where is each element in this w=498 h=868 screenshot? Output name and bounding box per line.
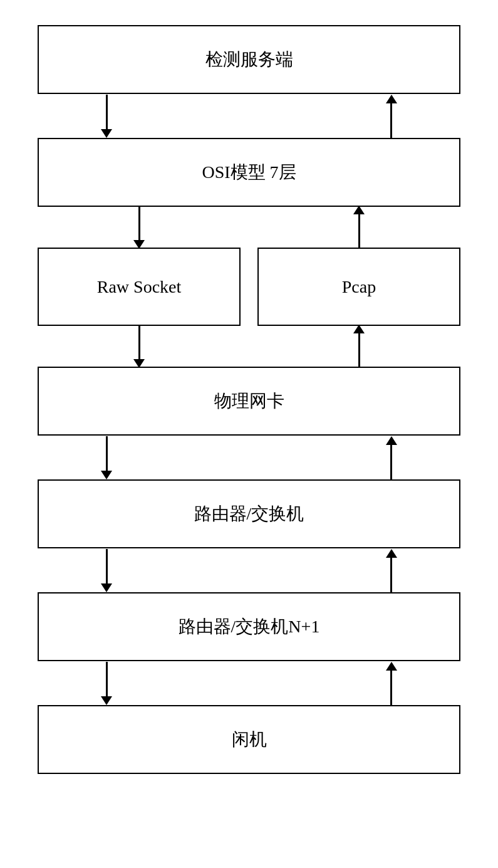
osi-model-label: OSI模型 7层 bbox=[202, 160, 296, 184]
arrowhead-down-4 bbox=[101, 471, 112, 479]
arrow-line-down-3 bbox=[138, 325, 140, 359]
arrowhead-up-5 bbox=[386, 549, 397, 558]
raw-socket-block: Raw Socket bbox=[38, 248, 241, 326]
physical-nic-block: 物理网卡 bbox=[38, 367, 460, 436]
router-switch-n1-label: 路由器/交换机N+1 bbox=[179, 615, 320, 639]
arrow-line-up-3 bbox=[358, 333, 360, 368]
arrow-down-3 bbox=[133, 325, 145, 368]
arrow-server-osi bbox=[38, 94, 460, 138]
arrow-down-1 bbox=[101, 95, 112, 138]
arrow-line-up-1 bbox=[390, 103, 392, 138]
arrows-split-nic bbox=[38, 326, 460, 367]
arrow-down-4 bbox=[101, 436, 112, 479]
arrow-down-6 bbox=[101, 662, 112, 705]
router-switch-n1-block: 路由器/交换机N+1 bbox=[38, 592, 460, 661]
arrowhead-up-4 bbox=[386, 436, 397, 445]
arrows-osi-split bbox=[38, 207, 460, 248]
arrow-line-down-6 bbox=[106, 662, 108, 696]
arrow-line-down-5 bbox=[106, 549, 108, 583]
detection-server-label: 检测服务端 bbox=[205, 48, 293, 71]
idle-label: 闲机 bbox=[232, 728, 267, 751]
arrow-up-2 bbox=[353, 206, 365, 249]
arrow-up-3 bbox=[353, 325, 365, 368]
arrow-up-6 bbox=[386, 662, 397, 705]
arrow-line-down-1 bbox=[106, 95, 108, 129]
raw-socket-label: Raw Socket bbox=[97, 277, 182, 297]
arrowhead-down-6 bbox=[101, 696, 112, 705]
arrow-line-up-2 bbox=[358, 214, 360, 249]
split-row-rawsocket-pcap: Raw Socket Pcap bbox=[38, 248, 460, 326]
arrow-line-up-6 bbox=[390, 671, 392, 705]
router-switch-block: 路由器/交换机 bbox=[38, 479, 460, 548]
arrow-router-routern1 bbox=[38, 548, 460, 592]
detection-server-block: 检测服务端 bbox=[38, 25, 460, 94]
router-switch-label: 路由器/交换机 bbox=[194, 502, 304, 526]
pcap-label: Pcap bbox=[342, 277, 376, 297]
arrowhead-up-2 bbox=[353, 206, 365, 214]
arrow-routern1-idle bbox=[38, 661, 460, 705]
arrow-line-up-5 bbox=[390, 558, 392, 592]
arrowhead-down-1 bbox=[101, 129, 112, 138]
diagram-container: 检测服务端 OSI模型 7层 bbox=[0, 0, 498, 868]
arrow-up-5 bbox=[386, 549, 397, 592]
arrow-line-down-4 bbox=[106, 436, 108, 471]
arrowhead-down-5 bbox=[101, 583, 112, 592]
arrow-rawsocket-nic bbox=[38, 326, 241, 367]
arrowhead-up-1 bbox=[386, 95, 397, 103]
arrow-line-up-4 bbox=[390, 445, 392, 479]
idle-block: 闲机 bbox=[38, 705, 460, 774]
arrow-osi-rawsocket bbox=[38, 207, 241, 248]
arrowhead-up-6 bbox=[386, 662, 397, 671]
arrow-nic-router bbox=[38, 436, 460, 479]
osi-model-block: OSI模型 7层 bbox=[38, 138, 460, 207]
arrow-line-down-2 bbox=[138, 206, 140, 240]
arrow-nic-pcap bbox=[257, 326, 460, 367]
arrow-pcap-osi bbox=[257, 207, 460, 248]
arrow-up-1 bbox=[386, 95, 397, 138]
physical-nic-label: 物理网卡 bbox=[214, 389, 284, 413]
arrow-down-5 bbox=[101, 549, 112, 592]
pcap-block: Pcap bbox=[257, 248, 460, 326]
arrow-up-4 bbox=[386, 436, 397, 479]
arrowhead-up-3 bbox=[353, 325, 365, 333]
arrow-down-2 bbox=[133, 206, 145, 249]
